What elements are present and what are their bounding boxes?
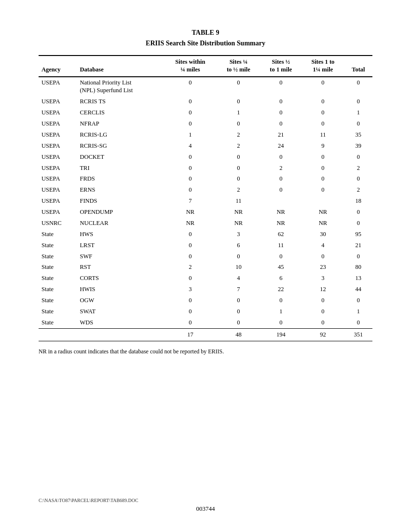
cell-sites_quarter_half: 0 [217, 77, 260, 97]
cell-sites_1_1quarter: NR [301, 218, 344, 229]
cell-sites_quarter_half: 0 [217, 251, 260, 262]
cell-sites_quarter: 0 [164, 184, 217, 196]
cell-sites_quarter: 3 [164, 284, 217, 295]
cell-sites_quarter_half: 0 [217, 306, 260, 317]
table-body: USEPANational Priority List(NPL) Superfu… [39, 77, 372, 341]
cell-agency: State [39, 284, 77, 295]
cell-sites_half_1: 0 [260, 77, 302, 97]
cell-total: 80 [344, 262, 372, 273]
cell-agency: USNRC [39, 218, 77, 229]
cell-sites_half_1: 0 [260, 118, 302, 129]
table-row: USEPAOPENDUMPNRNRNRNR0 [39, 207, 372, 218]
table-row: USEPAFINDS71118 [39, 196, 372, 207]
cell-sites_quarter_half: 0 [217, 163, 260, 174]
cell-sites_quarter: 0 [164, 306, 217, 317]
total-empty-1 [39, 328, 77, 341]
cell-sites_half_1: 45 [260, 262, 302, 273]
total-row: 174819492351 [39, 328, 372, 341]
cell-sites_quarter_half: 1 [217, 107, 260, 118]
cell-sites_1_1quarter: NR [301, 207, 344, 218]
cell-sites_quarter_half: 10 [217, 262, 260, 273]
cell-database: SWAT [77, 306, 164, 317]
cell-database: FINDS [77, 196, 164, 207]
cell-sites_half_1: 0 [260, 107, 302, 118]
table-subtitle: ERIIS Search Site Distribution Summary [39, 40, 372, 47]
cell-agency: USEPA [39, 129, 77, 140]
cell-sites_quarter_half: NR [217, 207, 260, 218]
cell-sites_quarter_half: 0 [217, 295, 260, 306]
cell-sites_half_1: 6 [260, 273, 302, 284]
cell-total: 0 [344, 96, 372, 107]
cell-database: OGW [77, 295, 164, 306]
cell-database: FRDS [77, 173, 164, 184]
cell-agency: USEPA [39, 140, 77, 152]
cell-sites_1_1quarter: 4 [301, 240, 344, 251]
cell-database: TRI [77, 163, 164, 174]
cell-sites_half_1: 21 [260, 129, 302, 140]
cell-agency: USEPA [39, 152, 77, 163]
cell-sites_quarter: 0 [164, 107, 217, 118]
cell-sites_1_1quarter: 30 [301, 229, 344, 240]
cell-sites_1_1quarter [301, 196, 344, 207]
cell-sites_quarter: 0 [164, 240, 217, 251]
col-sites-half-1: Sites ½to 1 mile [260, 56, 302, 76]
table-row: USEPATRI00202 [39, 163, 372, 174]
cell-sites_1_1quarter: 23 [301, 262, 344, 273]
cell-agency: State [39, 306, 77, 317]
cell-sites_1_1quarter: 11 [301, 129, 344, 140]
cell-sites_quarter: 1 [164, 129, 217, 140]
cell-sites_1_1quarter: 0 [301, 295, 344, 306]
table-row: USEPANational Priority List(NPL) Superfu… [39, 77, 372, 97]
cell-sites_quarter_half: 2 [217, 129, 260, 140]
table-row: USEPARCRIS TS00000 [39, 96, 372, 107]
cell-agency: USEPA [39, 184, 77, 196]
cell-sites_1_1quarter: 0 [301, 251, 344, 262]
table-row: StateWDS00000 [39, 317, 372, 328]
cell-sites_1_1quarter: 0 [301, 107, 344, 118]
cell-sites_half_1: 22 [260, 284, 302, 295]
col-sites-quarter: Sites within¼ miles [164, 56, 217, 76]
table-row: StateHWIS37221244 [39, 284, 372, 295]
cell-sites_half_1: 0 [260, 173, 302, 184]
cell-sites_half_1: 0 [260, 152, 302, 163]
cell-sites_quarter_half: NR [217, 218, 260, 229]
table-row: USEPADOCKET00000 [39, 152, 372, 163]
cell-sites_half_1: 24 [260, 140, 302, 152]
cell-database: WDS [77, 317, 164, 328]
cell-sites_quarter: NR [164, 207, 217, 218]
main-table: Agency Database Sites within¼ miles Site… [39, 55, 372, 341]
table-row: USNRCNUCLEARNRNRNRNR0 [39, 218, 372, 229]
total-sites_1_1quarter: 92 [301, 328, 344, 341]
table-row: USEPARCRIS-LG12211135 [39, 129, 372, 140]
cell-database: National Priority List(NPL) Superfund Li… [77, 77, 164, 97]
cell-agency: State [39, 229, 77, 240]
cell-sites_quarter_half: 7 [217, 284, 260, 295]
cell-sites_quarter: 0 [164, 251, 217, 262]
cell-sites_1_1quarter: 0 [301, 317, 344, 328]
cell-database: DOCKET [77, 152, 164, 163]
col-sites-quarter-half: Sites ¼to ½ mile [217, 56, 260, 76]
cell-sites_quarter_half: 11 [217, 196, 260, 207]
cell-sites_quarter_half: 2 [217, 140, 260, 152]
total-sites_half_1: 194 [260, 328, 302, 341]
table-row: StateLRST0611421 [39, 240, 372, 251]
table-row: StateCORTS046313 [39, 273, 372, 284]
footer-page: 003744 [0, 505, 411, 513]
cell-total: 0 [344, 207, 372, 218]
cell-agency: USEPA [39, 163, 77, 174]
table-row: USEPACERCLIS01001 [39, 107, 372, 118]
cell-total: 0 [344, 77, 372, 97]
cell-sites_1_1quarter: 12 [301, 284, 344, 295]
cell-sites_half_1: NR [260, 207, 302, 218]
cell-total: 0 [344, 218, 372, 229]
cell-database: NFRAP [77, 118, 164, 129]
cell-sites_quarter_half: 0 [217, 173, 260, 184]
cell-agency: USEPA [39, 118, 77, 129]
cell-sites_half_1: 11 [260, 240, 302, 251]
cell-database: CERCLIS [77, 107, 164, 118]
table-row: USEPARCRIS-SG4224939 [39, 140, 372, 152]
table-row: USEPAERNS02002 [39, 184, 372, 196]
cell-database: ERNS [77, 184, 164, 196]
cell-total: 44 [344, 284, 372, 295]
cell-sites_quarter: 0 [164, 273, 217, 284]
